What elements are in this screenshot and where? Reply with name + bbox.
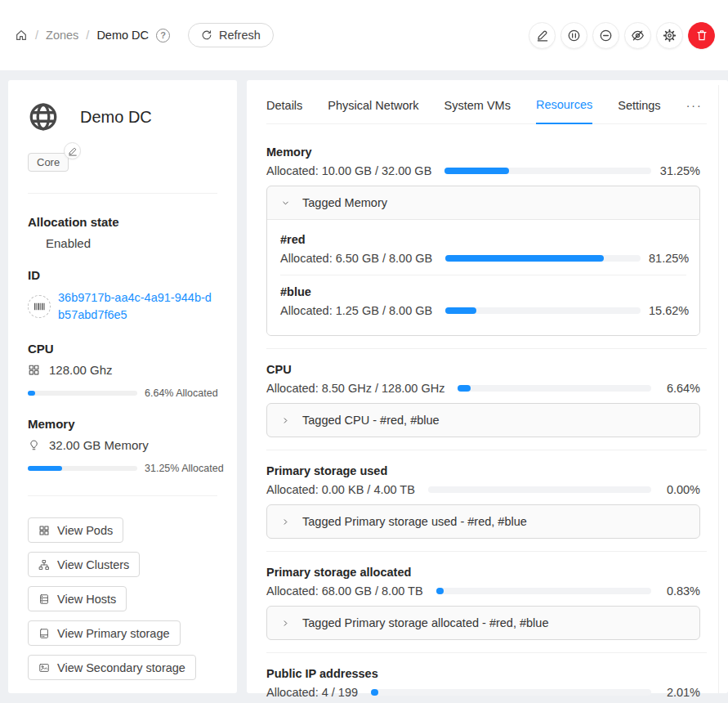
- status-dot: [28, 239, 37, 248]
- tagged-primary-storage-allocated-header[interactable]: Tagged Primary storage allocated - #red,…: [267, 607, 699, 639]
- id-label: ID: [28, 268, 217, 282]
- divider: [266, 551, 707, 552]
- tab-settings[interactable]: Settings: [618, 99, 660, 123]
- primary-storage-allocated-section: Primary storage allocated Allocated: 68.…: [266, 566, 700, 640]
- cluster-icon: [38, 559, 50, 571]
- progress-fill: [28, 391, 35, 396]
- view-pods-button[interactable]: View Pods: [28, 517, 123, 543]
- tagged-memory-header[interactable]: Tagged Memory: [267, 186, 699, 219]
- refresh-button[interactable]: Refresh: [188, 23, 274, 47]
- progress-fill: [445, 307, 476, 314]
- cpu-section: CPU Allocated: 8.50 GHz / 128.00 GHz 6.6…: [266, 363, 700, 437]
- view-pods-label: View Pods: [57, 524, 113, 537]
- tab-physical-network[interactable]: Physical Network: [328, 99, 418, 123]
- tagged-memory-panel: Tagged Memory #red Allocated: 6.50 GB / …: [266, 186, 700, 336]
- progress-track: [371, 689, 651, 696]
- public-ip-title: Public IP addresses: [266, 667, 700, 680]
- tab-details[interactable]: Details: [266, 99, 302, 123]
- hide-zone-button[interactable]: [624, 22, 651, 49]
- primary-storage-used-section: Primary storage used Allocated: 0.00 KB …: [266, 464, 700, 539]
- tab-resources[interactable]: Resources: [536, 98, 592, 124]
- zone-title: Demo DC: [80, 108, 152, 127]
- divider: [266, 348, 707, 349]
- view-clusters-button[interactable]: View Clusters: [28, 552, 140, 577]
- progress-fill: [28, 466, 62, 471]
- primary-storage-allocated-allocated-text: Allocated: 68.00 GB / 8.00 TB: [266, 584, 423, 598]
- barcode-icon: [28, 295, 51, 318]
- progress-fill: [436, 588, 444, 594]
- allocation-state-field: Allocation state Enabled: [28, 215, 217, 250]
- eye-invisible-icon: [631, 29, 645, 43]
- remove-zone-button[interactable]: [592, 22, 619, 49]
- allocation-state-value: Enabled: [46, 236, 91, 250]
- tagged-memory-body: #red Allocated: 6.50 GB / 8.00 GB 81.25%…: [267, 219, 699, 335]
- progress-fill: [458, 385, 471, 392]
- help-icon[interactable]: [156, 29, 170, 43]
- tagged-memory-title: Tagged Memory: [302, 196, 387, 209]
- tagged-cpu-panel: Tagged CPU - #red, #blue: [266, 403, 700, 437]
- disable-zone-button[interactable]: [561, 22, 587, 49]
- cpu-label: CPU: [28, 342, 217, 356]
- progress-track: [28, 466, 137, 471]
- primary-storage-used-title: Primary storage used: [266, 464, 700, 477]
- pencil-icon: [68, 146, 78, 156]
- zone-id-value[interactable]: 36b9717b-aa4c-4a91-944b-db57abd7f6e5: [58, 289, 217, 324]
- pause-circle-icon: [567, 29, 581, 43]
- divider: [266, 652, 707, 653]
- chevron-right-icon: [280, 618, 291, 629]
- pods-grid-icon: [38, 525, 50, 536]
- progress-track: [428, 486, 651, 493]
- memory-allocated-text: Allocated: 10.00 GB / 32.00 GB: [266, 164, 431, 177]
- home-icon[interactable]: [15, 29, 28, 42]
- tagged-primary-storage-used-header[interactable]: Tagged Primary storage used - #red, #blu…: [267, 505, 699, 538]
- progress-fill: [371, 689, 378, 696]
- tabs-more-icon[interactable]: ···: [686, 99, 703, 123]
- allocation-state-label: Allocation state: [28, 215, 217, 229]
- progress-track: [436, 588, 651, 594]
- tagged-cpu-header[interactable]: Tagged CPU - #red, #blue: [267, 404, 699, 437]
- cpu-allocated-text: Allocated: 8.50 GHz / 128.00 GHz: [266, 382, 444, 395]
- gear-icon: [663, 29, 677, 43]
- tag-red-percent: 81.25%: [649, 252, 686, 265]
- cpu-section-title: CPU: [266, 363, 700, 376]
- zone-identity: Demo DC Core: [28, 101, 217, 172]
- tagged-primary-storage-allocated-title: Tagged Primary storage allocated - #red,…: [302, 616, 548, 629]
- memory-progress-row: 31.25% Allocated: [28, 463, 217, 474]
- edit-name-button[interactable]: [64, 142, 81, 159]
- tagged-primary-storage-used-title: Tagged Primary storage used - #red, #blu…: [302, 515, 527, 528]
- progress-track: [445, 255, 641, 262]
- edit-zone-button[interactable]: [529, 22, 556, 49]
- tag-blue-title: #blue: [280, 285, 686, 298]
- view-secondary-storage-button[interactable]: View Secondary storage: [28, 655, 196, 680]
- edit-icon: [536, 29, 549, 42]
- trash-icon: [695, 29, 708, 42]
- globe-icon: [28, 101, 59, 132]
- divider: [28, 193, 217, 194]
- progress-track: [445, 307, 641, 314]
- view-hosts-button[interactable]: View Hosts: [28, 586, 127, 611]
- view-primary-storage-button[interactable]: View Primary storage: [28, 620, 181, 646]
- view-clusters-label: View Clusters: [57, 558, 129, 571]
- reload-icon: [201, 29, 212, 41]
- public-ip-allocated-text: Allocated: 4 / 199: [266, 686, 358, 699]
- divider: [28, 495, 217, 496]
- primary-storage-used-percent: 0.00%: [659, 483, 700, 496]
- top-header: / Zones / Demo DC Refresh: [0, 0, 728, 70]
- bulb-icon: [28, 439, 40, 451]
- tagged-primary-storage-allocated-panel: Tagged Primary storage allocated - #red,…: [266, 606, 700, 640]
- id-field: ID 36b9717b-aa4c-4a91-944b-db57abd7f6e5: [28, 268, 217, 324]
- memory-section: Memory Allocated: 10.00 GB / 32.00 GB 31…: [266, 146, 700, 336]
- primary-storage-used-allocated-text: Allocated: 0.00 KB / 4.00 TB: [266, 483, 415, 496]
- delete-zone-button[interactable]: [688, 22, 715, 49]
- breadcrumb-zones-link[interactable]: Zones: [46, 29, 78, 42]
- view-secondary-storage-label: View Secondary storage: [57, 661, 185, 674]
- tab-system-vms[interactable]: System VMs: [444, 99, 511, 123]
- view-hosts-label: View Hosts: [57, 593, 116, 606]
- memory-percent: 31.25%: [659, 164, 700, 177]
- breadcrumb-current: Demo DC: [96, 29, 149, 42]
- detail-tabs: Details Physical Network System VMs Reso…: [266, 80, 707, 124]
- zone-settings-button[interactable]: [656, 22, 683, 49]
- progress-fill: [445, 255, 604, 262]
- breadcrumb-separator: /: [35, 29, 38, 42]
- tag-blue-allocated-text: Allocated: 1.25 GB / 8.00 GB: [280, 304, 432, 317]
